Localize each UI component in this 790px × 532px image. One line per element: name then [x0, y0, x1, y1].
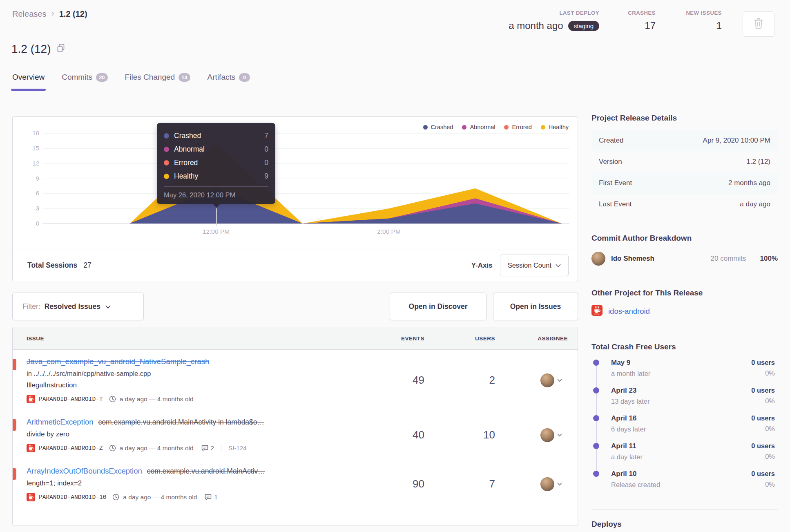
assignee-dropdown[interactable]	[495, 477, 568, 491]
author-name: Ido Shemesh	[611, 255, 711, 263]
issue-message: length=1; index=2	[27, 479, 379, 487]
column-header-users[interactable]: USERS	[424, 335, 495, 342]
detail-row-first-event: First Event 2 months ago	[591, 172, 778, 194]
other-project-heading: Other Project for This Release	[591, 288, 703, 297]
filter-selected-value: Resolved Issues	[45, 302, 100, 311]
issue-ref: SI-124	[228, 445, 246, 452]
column-header-events[interactable]: EVENTS	[379, 335, 424, 342]
y-tick-label: 6	[23, 190, 39, 197]
release-title-row: 1.2 (12)	[11, 42, 65, 56]
sessions-area-chart[interactable]	[43, 131, 569, 224]
copy-icon[interactable]	[57, 42, 65, 56]
clock-icon	[112, 494, 119, 501]
breadcrumb-releases-link[interactable]: Releases	[12, 9, 46, 19]
issue-location: in ../../../../src/main/cpp/native-sampl…	[27, 370, 379, 378]
comment-icon[interactable]: 1	[205, 494, 218, 501]
issue-events-count: 40	[379, 429, 424, 441]
yaxis-label: Y-Axis	[471, 262, 493, 270]
other-project-link-row[interactable]: idos-android	[591, 305, 650, 317]
tab-count-badge: 20	[96, 73, 107, 82]
entry-users: 0 users	[751, 359, 775, 367]
resolved-issues-table: ISSUEEVENTSUSERSASSIGNEE Java_com_exampl…	[12, 327, 578, 525]
y-tick-label: 0	[23, 220, 39, 227]
chevron-down-icon	[557, 434, 562, 437]
issue-short-id: PARANOID-ANDROID-10	[39, 494, 106, 501]
assignee-dropdown[interactable]	[495, 373, 568, 387]
issue-users-count: 2	[424, 374, 495, 387]
java-platform-icon	[591, 305, 603, 317]
issue-culprit: com.example.vu.android.MainActivity in l…	[98, 418, 264, 427]
chart-legend: Crashed Abnormal Errored Healthy	[423, 124, 569, 130]
crash-free-heading: Total Crash Free Users	[591, 342, 676, 351]
yaxis-select[interactable]: Session Count	[500, 255, 569, 276]
entry-users: 0 users	[751, 442, 775, 450]
new-issues-value: 1	[716, 20, 722, 31]
issue-message: divide by zero	[27, 430, 379, 438]
tab-commits[interactable]: Commits 20	[62, 73, 107, 91]
y-tick-label: 18	[23, 130, 39, 136]
other-project-link[interactable]: idos-android	[608, 307, 650, 316]
entry-percent: 0%	[751, 453, 775, 460]
open-in-issues-button[interactable]: Open in Issues	[493, 293, 578, 320]
issue-users-count: 7	[424, 478, 495, 490]
legend-item-healthy[interactable]: Healthy	[541, 124, 569, 130]
entry-percent: 0%	[751, 481, 775, 488]
detail-row-last-event: Last Event a day ago	[591, 194, 778, 215]
issue-row: Java_com_example_vu_android_NativeSample…	[13, 350, 578, 410]
entry-percent: 0%	[751, 369, 775, 377]
error-level-bar	[13, 419, 16, 431]
timeline-dot	[593, 360, 599, 366]
issue-title-link[interactable]: ArithmeticException	[27, 418, 93, 427]
crashes-label: CRASHES	[628, 10, 656, 16]
error-level-bar	[13, 468, 16, 480]
detail-row-created: Created Apr 9, 2020 10:00 PM	[591, 130, 778, 151]
tab-bar: Overview Commits 20 Files Changed 14 Art…	[12, 73, 250, 91]
chevron-down-icon	[557, 379, 562, 382]
open-in-discover-button[interactable]: Open in Discover	[390, 293, 486, 320]
commit-author-row: Ido Shemesh 20 commits 100%	[591, 252, 778, 266]
column-header-issue[interactable]: ISSUE	[27, 335, 379, 342]
crash-free-entry: May 9 a month later 0 users 0%	[591, 359, 778, 378]
legend-item-errored[interactable]: Errored	[504, 124, 531, 130]
timeline-dot	[593, 443, 599, 449]
series-dot	[164, 160, 169, 165]
detail-value: Apr 9, 2020 10:00 PM	[703, 136, 770, 145]
tooltip-axis-pointer	[216, 208, 217, 224]
tab-files-changed[interactable]: Files Changed 14	[125, 73, 190, 91]
issue-title-link[interactable]: Java_com_example_vu_android_NativeSample…	[27, 357, 209, 366]
detail-value: a day ago	[740, 200, 770, 208]
comment-count: 1	[214, 494, 218, 501]
column-header-assignee[interactable]: ASSIGNEE	[495, 335, 568, 342]
issue-row: ArrayIndexOutOfBoundsException com.examp…	[13, 459, 578, 508]
java-platform-icon	[27, 444, 35, 452]
entry-percent: 0%	[751, 425, 775, 433]
stat-new-issues: NEW ISSUES 1	[686, 10, 722, 31]
delete-release-button[interactable]	[743, 11, 774, 37]
series-dot	[164, 133, 169, 139]
breadcrumb: Releases › 1.2 (12)	[12, 9, 87, 19]
detail-label: Last Event	[599, 200, 632, 208]
tab-artifacts[interactable]: Artifacts 0	[208, 73, 250, 91]
assignee-dropdown[interactable]	[495, 428, 568, 442]
detail-row-version: Version 1.2 (12)	[591, 151, 778, 172]
tooltip-row-healthy: Healthy9	[164, 170, 268, 183]
entry-users: 0 users	[751, 414, 775, 422]
tooltip-date: May 26, 2020 12:00 PM	[164, 186, 268, 199]
last-deploy-value: a month ago	[509, 20, 563, 31]
comment-icon[interactable]: 2	[201, 445, 214, 452]
legend-item-crashed[interactable]: Crashed	[423, 124, 453, 130]
tab-overview[interactable]: Overview	[12, 73, 45, 91]
legend-dot	[423, 125, 428, 130]
issues-filter-dropdown[interactable]: Filter: Resolved Issues	[12, 293, 144, 320]
stat-crashes: CRASHES 17	[628, 10, 656, 31]
entry-percent: 0%	[751, 397, 775, 405]
chevron-down-icon	[557, 483, 562, 486]
java-platform-icon	[27, 395, 35, 403]
legend-item-abnormal[interactable]: Abnormal	[462, 124, 495, 130]
author-avatar	[591, 252, 605, 266]
new-issues-label: NEW ISSUES	[686, 10, 722, 16]
legend-dot	[504, 125, 509, 130]
y-tick-label: 15	[23, 145, 39, 152]
chart-footer: Total Sessions 27 Y-Axis Session Count	[13, 250, 578, 281]
issue-title-link[interactable]: ArrayIndexOutOfBoundsException	[27, 467, 142, 476]
